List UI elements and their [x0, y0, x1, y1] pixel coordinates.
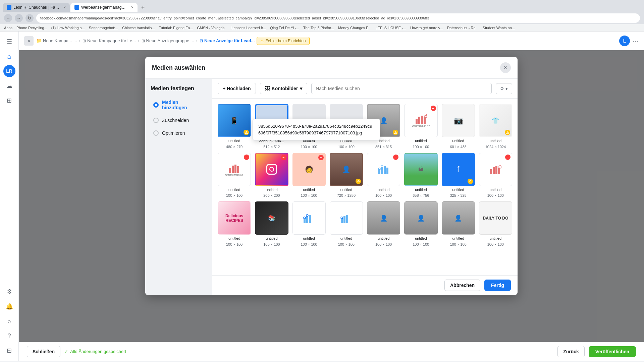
- list-item[interactable]: 👤 untitled 100 × 100: [442, 201, 475, 246]
- list-item[interactable]: untitled 100 × 100: [292, 201, 326, 246]
- list-item[interactable]: 📚 untitled 100 × 100: [255, 201, 288, 246]
- breadcrumb-step1[interactable]: ⊞ Neue Kampagne für Le...: [83, 38, 136, 43]
- media-name: untitled: [228, 187, 240, 192]
- list-item[interactable]: − untitled 200 × 200: [255, 153, 288, 198]
- bookmark-top3[interactable]: The Top 3 Platfor...: [303, 26, 334, 30]
- url-bar[interactable]: facebook.com/adsmanager/manage/ads/edit?…: [36, 13, 640, 23]
- new-tab-button[interactable]: +: [138, 3, 148, 12]
- dialog-overlay: Medien auswählen × Medien festlegen Medi…: [19, 50, 644, 342]
- bookmark-gmsn[interactable]: GMSN - Vologds...: [197, 26, 227, 30]
- search-input[interactable]: [311, 83, 492, 94]
- reload-button[interactable]: ↻: [25, 14, 34, 22]
- tab-facebook[interactable]: Leon R. Chaudhari | Facebook ×: [3, 3, 70, 12]
- breadcrumb-step3[interactable]: ⊡ Neue Anzeige für Lead...: [200, 38, 255, 43]
- sidebar-icon-search[interactable]: ⌕: [3, 315, 15, 327]
- list-item[interactable]: 👕 ⚠ untitled 1024 × 1024: [479, 104, 512, 149]
- sidebar-icon-table[interactable]: ⊟: [3, 345, 15, 357]
- list-item[interactable]: 🏔 untitled 658 × 756: [404, 153, 437, 198]
- breadcrumb-step2[interactable]: ⊞ Neue Anzeigengruppe ...: [142, 38, 194, 43]
- breadcrumb-folder: 📁 Neue Kampa... ...: [36, 38, 77, 43]
- bookmark-lee[interactable]: LEE 'S HOUSE -...: [376, 26, 406, 30]
- list-item[interactable]: 📷 untitled 601 × 438: [442, 104, 475, 149]
- svg-rect-0: [416, 119, 418, 124]
- dialog-close-button[interactable]: ×: [500, 62, 511, 73]
- kontobilder-button[interactable]: 🖼 Kontobilder ▾: [260, 83, 308, 94]
- filter-icon: ⚙: [500, 86, 504, 91]
- list-item[interactable]: untitled 100 × 100: [330, 201, 363, 246]
- tab-close-facebook[interactable]: ×: [63, 5, 66, 10]
- bookmark-phone[interactable]: Phone Recycling...: [16, 26, 47, 30]
- dialog-footer: Abbrechen Fertig: [212, 275, 518, 295]
- sidebar-icon-help[interactable]: ?: [3, 330, 15, 342]
- publish-button[interactable]: Veröffentlichen: [589, 346, 636, 357]
- bookmark-tutorial[interactable]: Tutorial: Eigene Fa...: [159, 26, 193, 30]
- list-item[interactable]: 👤 untitled 100 × 100: [404, 201, 437, 246]
- filter-button[interactable]: ⚙ ▾: [496, 83, 512, 94]
- list-item[interactable]: − untitled 100 × 100: [479, 153, 512, 198]
- bookmark-sonder[interactable]: Sonderangebot:...: [89, 26, 118, 30]
- left-panel-title: Medien festlegen: [145, 83, 212, 96]
- list-item[interactable]: Unternehmen XY − untitled 100 × 100: [218, 153, 251, 198]
- list-item[interactable]: Unternehmen XY − untitled 100 × 100: [404, 104, 437, 149]
- error-badge: ⚠ Fehler beim Einrichten: [257, 37, 309, 45]
- media-dims: 100 × 100: [375, 193, 392, 197]
- bookmark-apps[interactable]: Apps: [4, 26, 12, 30]
- list-item[interactable]: 🧑 − untitled 100 × 100: [292, 153, 326, 198]
- step2-icon: ⊞: [142, 39, 145, 43]
- campaign-dots[interactable]: ...: [73, 38, 77, 43]
- media-thumb-17: DeliciousRECIPES: [218, 201, 251, 235]
- media-dims: 100 × 100: [301, 193, 317, 197]
- bookmark-working[interactable]: (1) How Working a...: [51, 26, 85, 30]
- sidebar-icon-bell[interactable]: 🔔: [3, 300, 15, 312]
- media-name: untitled: [303, 187, 315, 192]
- confirm-button[interactable]: Fertig: [484, 280, 511, 291]
- topnav-avatar[interactable]: L: [619, 36, 630, 46]
- step-medien-hinzufugen[interactable]: Medien hinzufügen: [148, 96, 209, 114]
- list-item[interactable]: DeliciousRECIPES untitled 100 × 100: [218, 201, 251, 246]
- bookmark-lessons[interactable]: Lessons Learned fr...: [231, 26, 266, 30]
- list-item[interactable]: 👤 ⚠ untitled 720 × 1280: [330, 153, 363, 198]
- sidebar-icon-grid[interactable]: ⊞: [3, 95, 15, 107]
- bookmark-qing[interactable]: Qing Fei De Yi -...: [270, 26, 299, 30]
- step-zuschneiden[interactable]: Zuschneiden: [148, 114, 209, 126]
- media-dims: 100 × 100: [226, 242, 243, 246]
- tab-adsmanager[interactable]: Werbeanzeigenmanager - W... ×: [70, 3, 138, 12]
- topnav-dots[interactable]: ⋯: [633, 37, 639, 45]
- cancel-button[interactable]: Abbrechen: [444, 280, 480, 291]
- bookmark-student[interactable]: Student Wants an...: [483, 26, 515, 30]
- media-dims: 100 × 100: [487, 193, 504, 197]
- list-item[interactable]: 👤 untitled 100 × 100: [367, 201, 400, 246]
- media-name: untitled: [228, 138, 240, 143]
- bookmark-more[interactable]: How to get more v...: [410, 26, 443, 30]
- media-thumb-8: 👕 ⚠: [479, 104, 512, 137]
- svg-rect-13: [386, 168, 388, 174]
- list-item[interactable]: − untitled 100 × 100: [367, 153, 400, 198]
- sidebar-icon-profile[interactable]: LR: [3, 65, 15, 77]
- bookmark-money[interactable]: Money Changes E...: [338, 26, 372, 30]
- topnav-close-button[interactable]: ×: [24, 36, 34, 46]
- back-button[interactable]: ←: [4, 14, 12, 22]
- media-thumb-10: −: [255, 153, 288, 186]
- sidebar-icon-menu[interactable]: ☰: [3, 36, 15, 48]
- list-item[interactable]: 📱 ⚠ untitled 480 × 270: [218, 104, 251, 149]
- fb-topnav: × 📁 Neue Kampa... ... › ⊞ Neue Kampagne …: [19, 32, 644, 50]
- list-item[interactable]: f ⚠ untitled 325 × 325: [442, 153, 475, 198]
- forward-button[interactable]: →: [15, 14, 23, 22]
- tab-close-adsmanager[interactable]: ×: [131, 5, 133, 10]
- media-thumb-20: [330, 201, 363, 235]
- browser-chrome: Leon R. Chaudhari | Facebook × Werbeanze…: [0, 0, 644, 24]
- svg-rect-17: [493, 167, 495, 174]
- sidebar-icon-settings[interactable]: ⚙: [3, 286, 15, 298]
- list-item[interactable]: DAILY TO DO untitled 100 × 100: [479, 201, 512, 246]
- bookmark-chinese[interactable]: Chinese translatio...: [122, 26, 155, 30]
- breadcrumb-campaign-label[interactable]: Neue Kampa...: [43, 38, 72, 43]
- close-button[interactable]: Schließen: [27, 346, 60, 357]
- media-name: untitled: [415, 236, 427, 241]
- left-panel: Medien festlegen Medien hinzufügen Zusch…: [145, 79, 212, 295]
- step-optimieren[interactable]: Optimieren: [148, 127, 209, 139]
- upload-button[interactable]: + Hochladen: [218, 83, 256, 94]
- bookmark-datenschutz[interactable]: Datenschutz - Re...: [447, 26, 479, 30]
- back-button[interactable]: Zurück: [557, 346, 585, 357]
- sidebar-icon-cloud[interactable]: ☁: [3, 80, 15, 92]
- sidebar-icon-home[interactable]: ⌂: [3, 50, 15, 62]
